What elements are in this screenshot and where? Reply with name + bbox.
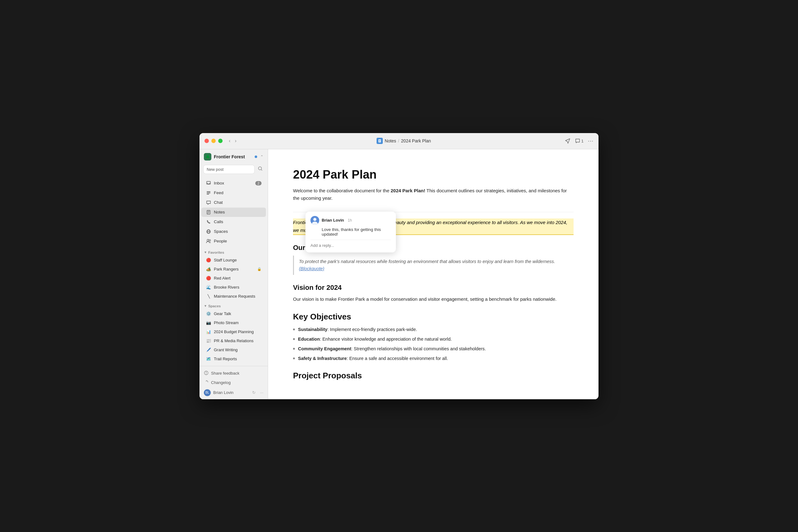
objective-safety: Safety & Infrastructure: Ensure a safe a… [293, 355, 573, 362]
trail-label: Trail Reports [214, 357, 237, 361]
comment-button[interactable]: 1 [575, 138, 584, 144]
sidebar: 🌲 Frontier Forest ⌃ New post Inbox [200, 149, 268, 399]
breadcrumb: Notes / 2024 Park Plan [243, 138, 565, 144]
feed-label: Feed [214, 190, 224, 195]
sidebar-item-inbox[interactable]: Inbox 2 [202, 178, 266, 188]
sidebar-item-calls[interactable]: Calls [202, 217, 266, 227]
svg-rect-9 [207, 194, 209, 194]
favorite-brooke-rivers[interactable]: 🌊 Brooke Rivers [202, 283, 266, 292]
user-name: Brian Lovin [213, 390, 233, 395]
breadcrumb-notes[interactable]: Notes [385, 138, 396, 144]
search-button[interactable] [256, 165, 264, 174]
breadcrumb-separator: / [398, 138, 399, 144]
photo-stream-label: Photo Stream [214, 320, 239, 325]
sidebar-item-chat[interactable]: Chat [202, 198, 266, 207]
space-budget-planning[interactable]: 📊 2024 Budget Planning [202, 327, 266, 336]
maintenance-label: Maintenance Requests [214, 294, 255, 299]
space-grant-writing[interactable]: 🖊️ Grant Writing [202, 346, 266, 354]
document-intro: Welcome to the collaborative document fo… [293, 187, 573, 202]
inbox-label: Inbox [214, 181, 224, 186]
back-button[interactable]: ‹ [228, 137, 232, 144]
space-pr-media[interactable]: 📰 PR & Media Relations [202, 337, 266, 345]
notes-icon [206, 209, 211, 215]
sidebar-item-notes[interactable]: Notes [202, 208, 266, 217]
bullet-education [293, 338, 295, 340]
user-avatar: BL [204, 389, 211, 396]
refresh-icon[interactable]: ↻ [252, 390, 255, 395]
sidebar-item-spaces[interactable]: Spaces [202, 227, 266, 236]
objective-education-text: Education: Enhance visitor knowledge and… [298, 336, 452, 343]
comment-reply-input[interactable] [310, 243, 391, 248]
objective-sustainability-text: Sustainability: Implement eco-friendly p… [298, 326, 417, 333]
svg-point-18 [209, 239, 211, 241]
obj-label-sustainability: Sustainability [298, 327, 327, 332]
favorite-staff-lounge[interactable]: 🔴 Staff Lounge [202, 256, 266, 265]
bullet-sustainability [293, 328, 295, 330]
send-icon[interactable] [565, 138, 570, 144]
lock-icon: 🔒 [257, 267, 262, 271]
objective-sustainability: Sustainability: Implement eco-friendly p… [293, 326, 573, 333]
people-icon [206, 239, 211, 244]
objectives-list: Sustainability: Implement eco-friendly p… [293, 326, 573, 362]
blockquote-label[interactable]: (Blockquote) [299, 266, 324, 271]
obj-text-safety: : Ensure a safe and accessible environme… [347, 356, 448, 361]
comment-count: 1 [581, 139, 584, 144]
workspace-status-badge [255, 155, 257, 158]
breadcrumb-page: 2024 Park Plan [401, 138, 431, 144]
pr-label: PR & Media Relations [214, 339, 253, 343]
feed-icon [206, 190, 211, 196]
workspace-chevron[interactable]: ⌃ [260, 155, 263, 159]
spaces-toggle[interactable]: ▼ [204, 304, 207, 308]
traffic-lights [205, 139, 223, 143]
brooke-rivers-label: Brooke Rivers [214, 285, 240, 289]
space-photo-stream[interactable]: 📷 Photo Stream [202, 319, 266, 327]
grant-label: Grant Writing [214, 347, 238, 352]
svg-point-21 [206, 373, 207, 374]
document-title: 2024 Park Plan [293, 168, 573, 182]
share-feedback-item[interactable]: Share feedback [200, 369, 268, 378]
minimize-button[interactable] [211, 139, 216, 143]
share-feedback-label: Share feedback [211, 371, 240, 376]
comment-time: 1h [348, 218, 352, 223]
favorite-red-alert[interactable]: 🔴 Red Alert [202, 274, 266, 283]
spaces-label: Spaces [214, 229, 228, 234]
user-profile[interactable]: BL Brian Lovin ↻ ··· [200, 387, 268, 398]
favorites-section-header: ▼ Favorites [200, 247, 268, 255]
proposals-title: Project Proposals [293, 371, 573, 381]
obj-label-education: Education [298, 337, 320, 342]
sidebar-item-feed[interactable]: Feed [202, 188, 266, 197]
pr-icon: 📰 [206, 338, 211, 344]
new-post-button[interactable]: New post [203, 165, 255, 174]
vision-text: Our vision is to make Frontier Park a mo… [293, 296, 573, 303]
sidebar-header: 🌲 Frontier Forest ⌃ [200, 149, 268, 163]
close-button[interactable] [205, 139, 209, 143]
objectives-title: Key Objectives [293, 312, 573, 322]
inbox-icon [206, 180, 211, 186]
forward-button[interactable]: › [233, 137, 238, 144]
changelog-label: Changelog [211, 380, 231, 385]
space-gear-talk[interactable]: ⚙️ Gear Talk [202, 309, 266, 318]
titlebar: ‹ › Notes / 2024 Park Plan 1 ··· [200, 133, 598, 149]
blockquote-text: To protect the park's natural resources … [299, 259, 555, 264]
grant-icon: 🖊️ [206, 347, 211, 353]
favorites-toggle[interactable]: ▼ [204, 251, 207, 254]
favorite-maintenance[interactable]: ╲ Maintenance Requests [202, 292, 266, 301]
photo-stream-icon: 📷 [206, 320, 211, 326]
obj-label-safety: Safety & Infrastructure [298, 356, 347, 361]
favorite-park-rangers[interactable]: 🏕️ Park Rangers 🔒 [202, 265, 266, 274]
objective-community-text: Community Engagement: Strengthen relatio… [298, 345, 486, 353]
people-label: People [214, 239, 227, 243]
obj-text-sustainability: : Implement eco-friendly practices park-… [327, 327, 417, 332]
workspace-name[interactable]: Frontier Forest [214, 154, 252, 159]
space-trail-reports[interactable]: 🗺️ Trail Reports [202, 355, 266, 363]
mission-blockquote: To protect the park's natural resources … [293, 255, 573, 275]
spaces-list: ⚙️ Gear Talk 📷 Photo Stream 📊 2024 Budge… [200, 309, 268, 364]
sidebar-item-people[interactable]: People [202, 236, 266, 246]
obj-label-community: Community Engagement [298, 346, 351, 351]
more-button[interactable]: ··· [588, 138, 593, 144]
nav-arrows: ‹ › [228, 137, 238, 144]
changelog-item[interactable]: Changelog [200, 378, 268, 387]
user-more-icon[interactable]: ··· [260, 390, 263, 395]
maximize-button[interactable] [218, 139, 223, 143]
feedback-icon [204, 370, 209, 376]
